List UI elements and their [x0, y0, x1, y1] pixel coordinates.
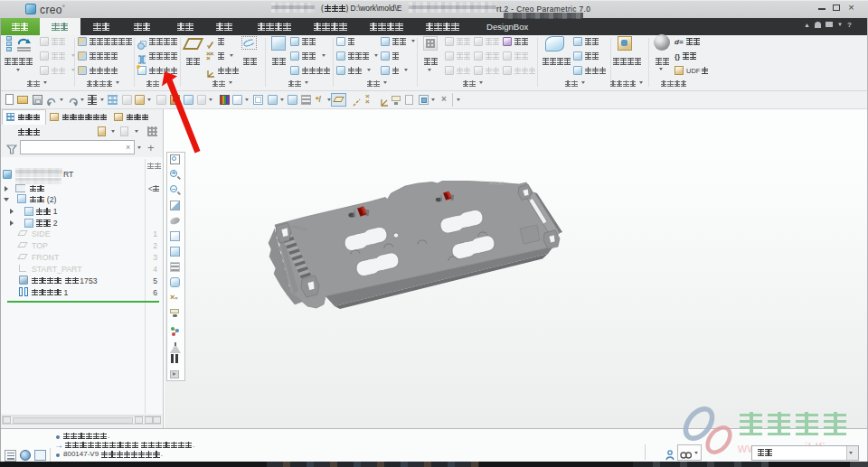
svg-text:800147: 800147: [489, 180, 505, 186]
